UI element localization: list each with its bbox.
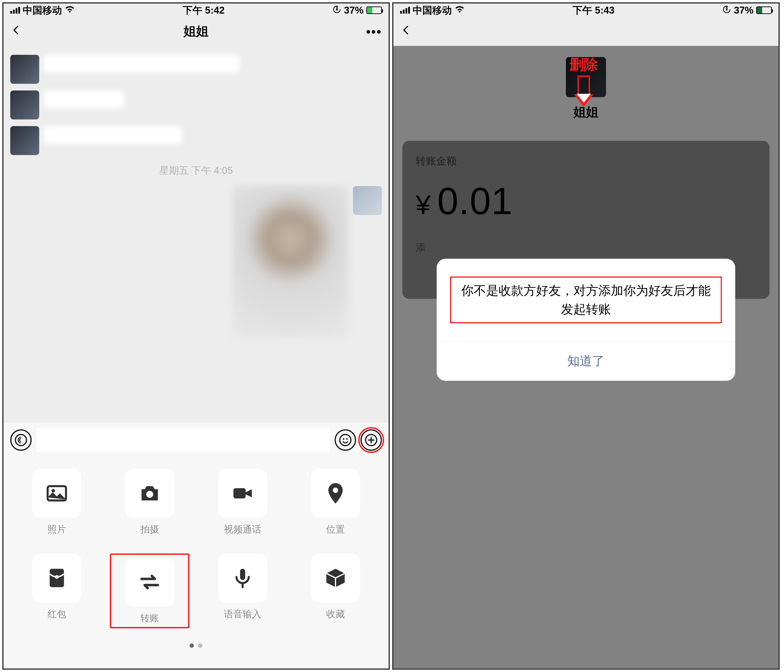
modal-message: 你不是收款方好友，对方添加你为好友后才能发起转账 bbox=[456, 281, 716, 319]
message-row[interactable] bbox=[10, 126, 382, 155]
panel-location[interactable]: 位置 bbox=[296, 469, 375, 536]
box-icon bbox=[323, 566, 348, 590]
modal-message-highlight: 你不是收款方好友，对方添加你为好友后才能发起转账 bbox=[450, 277, 722, 323]
message-row[interactable] bbox=[10, 55, 382, 84]
svg-point-3 bbox=[343, 438, 344, 440]
panel-label: 位置 bbox=[326, 523, 345, 536]
svg-rect-13 bbox=[240, 569, 245, 580]
panel-label: 照片 bbox=[47, 523, 66, 536]
plus-button[interactable] bbox=[361, 429, 382, 451]
message-row[interactable] bbox=[10, 90, 382, 120]
panel-transfer[interactable]: 转账 bbox=[110, 554, 189, 628]
pin-icon bbox=[323, 481, 348, 506]
message-bubble bbox=[44, 126, 182, 144]
arrow-down-icon bbox=[576, 76, 591, 107]
input-toolbar bbox=[3, 422, 389, 458]
back-button[interactable] bbox=[400, 22, 411, 41]
navbar bbox=[394, 17, 778, 46]
avatar[interactable] bbox=[10, 126, 39, 155]
svg-point-4 bbox=[346, 438, 348, 440]
panel-label: 红包 bbox=[47, 608, 66, 620]
page-indicator: ● ● bbox=[17, 639, 375, 650]
carrier-text: 中国移动 bbox=[412, 4, 452, 17]
panel-camera[interactable]: 拍摄 bbox=[110, 469, 189, 536]
chat-area[interactable]: 星期五 下午 4:05 bbox=[3, 46, 389, 422]
panel-favorite[interactable]: 收藏 bbox=[296, 554, 375, 628]
panel-voice-input[interactable]: 语音输入 bbox=[203, 554, 282, 628]
panel-label: 语音输入 bbox=[224, 608, 261, 620]
panel-photo[interactable]: 照片 bbox=[17, 469, 96, 536]
transfer-screen: 姐姐 转账金额 ¥ 0.01 添 你不是收款方好友，对方添加你为好友后才能发起转… bbox=[394, 46, 778, 669]
battery-icon bbox=[756, 6, 772, 14]
message-bubble bbox=[44, 90, 124, 108]
message-bubble bbox=[44, 55, 240, 73]
avatar[interactable] bbox=[353, 186, 382, 215]
panel-label: 视频通话 bbox=[224, 523, 261, 536]
voice-toggle-button[interactable] bbox=[10, 429, 32, 451]
svg-point-8 bbox=[146, 491, 153, 498]
message-input[interactable] bbox=[36, 428, 330, 452]
svg-point-7 bbox=[51, 489, 55, 493]
signal-icon bbox=[10, 7, 20, 14]
camera-icon bbox=[137, 481, 162, 506]
carrier-text: 中国移动 bbox=[23, 4, 62, 17]
svg-point-12 bbox=[55, 575, 59, 579]
message-row[interactable] bbox=[10, 186, 382, 338]
annotation-delete: 删除 bbox=[569, 55, 598, 107]
rotation-lock-icon bbox=[332, 5, 341, 16]
redpacket-icon bbox=[45, 566, 69, 590]
annotation-label: 删除 bbox=[569, 55, 598, 74]
timestamp: 星期五 下午 4:05 bbox=[10, 164, 382, 177]
svg-point-2 bbox=[340, 434, 351, 446]
status-time: 下午 5:43 bbox=[572, 4, 614, 17]
panel-video[interactable]: 视频通话 bbox=[203, 469, 282, 536]
battery-pct: 37% bbox=[734, 5, 753, 16]
signal-icon bbox=[400, 7, 410, 14]
status-time: 下午 5:42 bbox=[183, 4, 225, 17]
mic-icon bbox=[230, 566, 255, 590]
status-bar: 中国移动 下午 5:42 37% bbox=[3, 3, 389, 17]
avatar[interactable] bbox=[10, 90, 39, 120]
rotation-lock-icon bbox=[722, 5, 731, 16]
panel-redpacket[interactable]: 红包 bbox=[17, 554, 96, 628]
modal-ok-button[interactable]: 知道了 bbox=[437, 341, 735, 381]
status-bar: 中国移动 下午 5:43 37% bbox=[394, 3, 778, 17]
transfer-icon bbox=[137, 570, 162, 594]
more-button[interactable]: ••• bbox=[366, 24, 382, 39]
svg-rect-9 bbox=[233, 488, 246, 498]
svg-rect-0 bbox=[336, 8, 338, 10]
photo-icon bbox=[45, 481, 69, 506]
battery-pct: 37% bbox=[344, 5, 364, 16]
wifi-icon bbox=[65, 4, 75, 17]
battery-icon bbox=[366, 6, 382, 14]
video-icon bbox=[230, 481, 255, 506]
svg-point-1 bbox=[16, 434, 26, 446]
back-button[interactable] bbox=[10, 22, 22, 41]
emoji-button[interactable] bbox=[334, 429, 356, 451]
chat-title: 姐姐 bbox=[3, 23, 389, 40]
panel-label: 转账 bbox=[140, 612, 159, 624]
avatar[interactable] bbox=[10, 55, 39, 84]
alert-modal: 你不是收款方好友，对方添加你为好友后才能发起转账 知道了 bbox=[437, 259, 735, 381]
wifi-icon bbox=[454, 4, 465, 17]
navbar: 姐姐 ••• bbox=[3, 17, 389, 46]
svg-rect-14 bbox=[726, 8, 728, 10]
panel-label: 拍摄 bbox=[140, 523, 159, 536]
attachment-panel: 照片 拍摄 视频通话 位置 红包 转账 bbox=[3, 458, 389, 669]
svg-point-10 bbox=[333, 487, 338, 493]
image-message[interactable] bbox=[233, 186, 348, 338]
panel-label: 收藏 bbox=[326, 608, 345, 620]
